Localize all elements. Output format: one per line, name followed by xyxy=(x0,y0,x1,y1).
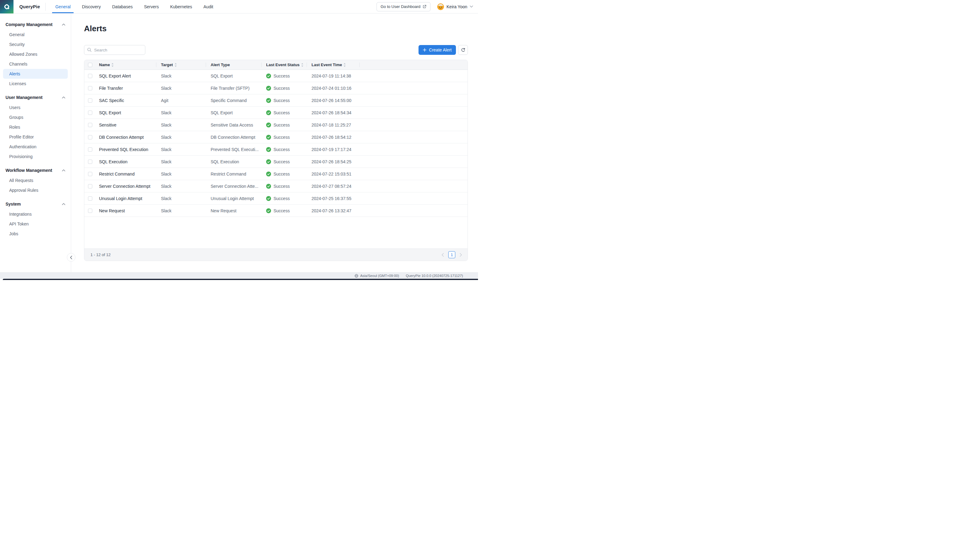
nav-tab-kubernetes[interactable]: Kubernetes xyxy=(170,0,193,13)
user-menu[interactable]: Keira Yoon xyxy=(437,3,473,10)
cell-target: Agit xyxy=(156,94,206,106)
table-row[interactable]: New Request Slack New Request Success 20… xyxy=(84,205,468,217)
create-alert-button[interactable]: Create Alert xyxy=(418,45,456,55)
cell-name: File Transfer xyxy=(96,82,156,94)
sidebar-item-provisioning[interactable]: Provisioning xyxy=(3,152,68,162)
column-header-target[interactable]: Target xyxy=(156,60,206,69)
cell-name: New Request xyxy=(96,205,156,216)
row-checkbox-cell xyxy=(84,143,96,155)
nav-tab-databases[interactable]: Databases xyxy=(112,0,134,13)
topbar-right: Go to User Dashboard Keira Yoon xyxy=(376,2,478,11)
sidebar-section-header[interactable]: System xyxy=(3,199,68,209)
sidebar-item-integrations[interactable]: Integrations xyxy=(3,209,68,219)
sidebar-item-channels[interactable]: Channels xyxy=(3,59,68,69)
sidebar-section-header[interactable]: Workflow Management xyxy=(3,165,68,176)
sidebar-item-alerts[interactable]: Alerts xyxy=(3,69,68,79)
chevron-right-icon xyxy=(460,253,462,257)
row-checkbox[interactable] xyxy=(88,160,92,164)
table-row[interactable]: SAC Specific Agit Specific Command Succe… xyxy=(84,94,468,107)
cell-target: Slack xyxy=(156,82,206,94)
row-checkbox[interactable] xyxy=(88,135,92,140)
nav-tab-servers[interactable]: Servers xyxy=(143,0,159,13)
row-checkbox[interactable] xyxy=(88,184,92,188)
table-row[interactable]: Restrict Command Slack Restrict Command … xyxy=(84,168,468,180)
status-label: Success xyxy=(274,159,290,164)
refresh-button[interactable] xyxy=(458,45,468,55)
cell-last-event-status: Success xyxy=(261,168,307,180)
sidebar-section-label: System xyxy=(6,202,21,207)
querypie-logo-icon[interactable] xyxy=(0,0,14,14)
sidebar-item-security[interactable]: Security xyxy=(3,39,68,49)
success-icon xyxy=(266,122,271,127)
table-row[interactable]: File Transfer Slack File Transfer (SFTP)… xyxy=(84,82,468,94)
sidebar-item-authentication[interactable]: Authentication xyxy=(3,142,68,152)
cell-last-event-status: Success xyxy=(261,94,307,106)
column-header-alert-type[interactable]: Alert Type xyxy=(206,60,261,69)
row-checkbox[interactable] xyxy=(88,111,92,115)
sidebar-section-header[interactable]: User Management xyxy=(3,92,68,103)
sidebar-section: System IntegrationsAPI TokenJobs xyxy=(3,199,68,238)
next-page-button[interactable] xyxy=(459,253,463,257)
sidebar-item-licenses[interactable]: Licenses xyxy=(3,79,68,89)
cell-target: Slack xyxy=(156,155,206,168)
cell-last-event-time: 2024-07-26 18:54:25 xyxy=(307,155,359,168)
search-input[interactable] xyxy=(84,45,145,55)
sidebar-item-api-token[interactable]: API Token xyxy=(3,219,68,229)
cell-last-event-status: Success xyxy=(261,70,307,82)
table-row[interactable]: SQL Execution Slack SQL Execution Succes… xyxy=(84,155,468,168)
column-header-name[interactable]: Name xyxy=(96,60,156,69)
column-header-last-event-status[interactable]: Last Event Status xyxy=(261,60,307,69)
sidebar-item-approval-rules[interactable]: Approval Rules xyxy=(3,185,68,195)
sidebar-item-users[interactable]: Users xyxy=(3,103,68,113)
column-header-empty xyxy=(359,60,468,69)
page-number-button[interactable]: 1 xyxy=(448,251,455,258)
row-checkbox[interactable] xyxy=(88,172,92,176)
nav-tab-general[interactable]: General xyxy=(55,0,71,13)
cell-last-event-time: 2024-07-19 11:14:38 xyxy=(307,70,359,82)
select-all-cell xyxy=(84,60,96,69)
nav-tab-audit[interactable]: Audit xyxy=(203,0,214,13)
row-checkbox[interactable] xyxy=(88,196,92,201)
table-row[interactable]: SQL Export Slack SQL Export Success 2024… xyxy=(84,107,468,119)
row-checkbox[interactable] xyxy=(88,86,92,90)
success-icon xyxy=(266,184,271,189)
sidebar-item-jobs[interactable]: Jobs xyxy=(3,229,68,238)
chevron-up-icon xyxy=(62,169,65,171)
table-row[interactable]: Unusual Login Attempt Slack Unusual Logi… xyxy=(84,192,468,205)
chevron-down-icon xyxy=(470,6,473,8)
table-row[interactable]: DB Connection Attempt Slack DB Connectio… xyxy=(84,131,468,143)
chevron-up-icon xyxy=(62,24,65,26)
row-checkbox[interactable] xyxy=(88,147,92,152)
cell-target: Slack xyxy=(156,143,206,155)
table-row[interactable]: Server Connection Attempt Slack Server C… xyxy=(84,180,468,192)
cell-alert-type: Sensitive Data Access xyxy=(206,119,261,131)
sidebar-section-header[interactable]: Company Management xyxy=(3,19,68,30)
cell-alert-type: New Request xyxy=(206,205,261,216)
sidebar-item-general[interactable]: General xyxy=(3,30,68,39)
cell-empty xyxy=(359,107,468,119)
previous-page-button[interactable] xyxy=(441,253,445,257)
row-checkbox[interactable] xyxy=(88,123,92,127)
sidebar-item-groups[interactable]: Groups xyxy=(3,113,68,122)
cell-empty xyxy=(359,119,468,131)
table-row[interactable]: Prevented SQL Execution Slack Prevented … xyxy=(84,143,468,155)
table-row[interactable]: SQL Export Alert Slack SQL Export Succes… xyxy=(84,70,468,82)
nav-tab-discovery[interactable]: Discovery xyxy=(81,0,101,13)
row-checkbox[interactable] xyxy=(88,209,92,213)
row-checkbox[interactable] xyxy=(88,74,92,78)
row-checkbox[interactable] xyxy=(88,98,92,103)
chevron-up-icon xyxy=(62,203,65,205)
sidebar-item-allowed-zones[interactable]: Allowed Zones xyxy=(3,49,68,59)
page-title: Alerts xyxy=(84,24,478,34)
sidebar-item-roles[interactable]: Roles xyxy=(3,122,68,132)
sidebar-item-profile-editor[interactable]: Profile Editor xyxy=(3,132,68,142)
cell-empty xyxy=(359,180,468,192)
row-checkbox-cell xyxy=(84,180,96,192)
sidebar-collapse-button[interactable] xyxy=(67,253,75,262)
cell-alert-type: SQL Export xyxy=(206,70,261,82)
column-header-last-event-time[interactable]: Last Event Time xyxy=(307,60,359,69)
go-to-user-dashboard-button[interactable]: Go to User Dashboard xyxy=(376,2,431,11)
select-all-checkbox[interactable] xyxy=(88,63,92,67)
table-row[interactable]: Sensitive Slack Sensitive Data Access Su… xyxy=(84,119,468,131)
sidebar-item-all-requests[interactable]: All Requests xyxy=(3,176,68,185)
